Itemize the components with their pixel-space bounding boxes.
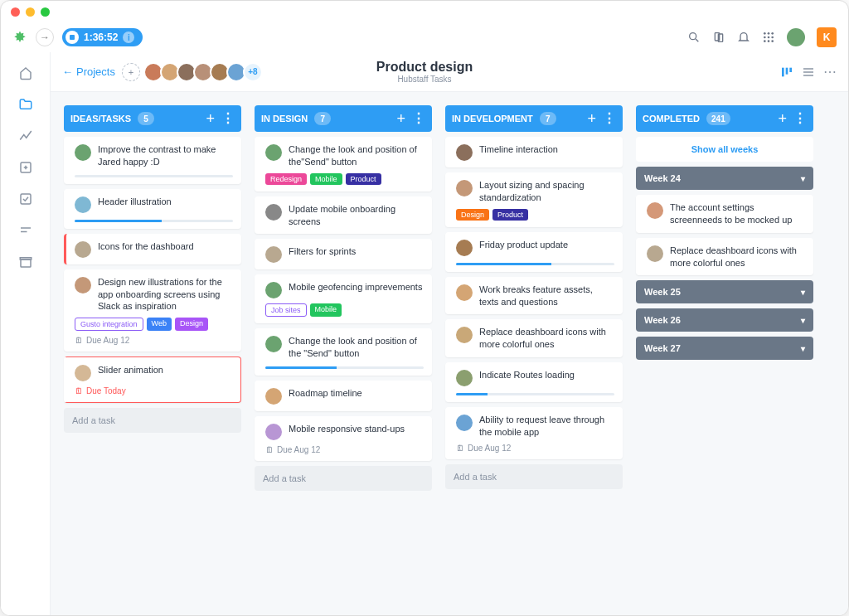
svg-point-8 xyxy=(768,36,770,39)
top-tools: K xyxy=(687,27,837,47)
task-card[interactable]: Layout sizing and spacing standardizatio… xyxy=(445,172,623,227)
user-badge[interactable]: K xyxy=(817,27,837,47)
show-all-weeks[interactable]: Show all weeks xyxy=(636,137,813,162)
archive-icon[interactable] xyxy=(18,255,33,269)
task-card[interactable]: Icons for the dashboard xyxy=(64,234,241,264)
card-title: Update mobile onboarding screens xyxy=(289,203,424,228)
column-add-button[interactable]: + xyxy=(587,110,596,128)
task-card[interactable]: Improve the contrast to make Jared happy… xyxy=(64,137,241,184)
week-header[interactable]: Week 25▾ xyxy=(636,280,813,303)
column-header: IN DEVELOPMENT7+⋮ xyxy=(445,105,623,132)
week-header[interactable]: Week 27▾ xyxy=(636,337,813,360)
add-task-button[interactable]: Add a task xyxy=(64,408,241,433)
task-card[interactable]: Replace deashboard icons with more color… xyxy=(636,238,813,276)
week-header[interactable]: Week 24▾ xyxy=(636,167,813,190)
task-card[interactable]: Roadmap timeline xyxy=(255,381,432,411)
board-view-icon[interactable] xyxy=(780,65,793,79)
card-title: Indicate Routes loading xyxy=(479,369,575,381)
window-minimize[interactable] xyxy=(26,7,35,17)
roadmap-icon[interactable] xyxy=(18,223,33,238)
page-title: Product design xyxy=(376,60,473,75)
timer-value: 1:36:52 xyxy=(84,32,118,43)
task-card[interactable]: Ability to request leave through the mob… xyxy=(445,407,623,459)
task-card[interactable]: Update mobile onboarding screens xyxy=(255,196,432,235)
page-subtitle: Hubstaff Tasks xyxy=(376,75,473,84)
column-more-icon[interactable]: ⋮ xyxy=(221,112,235,125)
card-avatar xyxy=(265,282,282,298)
task-card[interactable]: Mobile geofencing imprevementsJob sitesM… xyxy=(255,274,432,323)
card-title: Mobile geofencing imprevements xyxy=(289,281,422,293)
sprint-icon[interactable] xyxy=(18,129,33,143)
card-avatar xyxy=(456,284,473,301)
due-date: 🗓Due Aug 12 xyxy=(265,445,424,454)
chevron-down-icon: ▾ xyxy=(801,288,805,297)
task-card[interactable]: Friday product update xyxy=(445,232,623,272)
card-avatar xyxy=(75,241,91,258)
column-add-button[interactable]: + xyxy=(206,110,215,128)
add-box-icon[interactable] xyxy=(18,160,33,175)
card-avatar xyxy=(647,245,663,262)
column-more-icon[interactable]: ⋮ xyxy=(793,112,807,125)
card-avatar xyxy=(456,370,473,386)
card-avatar xyxy=(265,424,282,440)
user-avatar[interactable] xyxy=(787,28,805,46)
apps-icon[interactable] xyxy=(762,31,775,44)
svg-rect-25 xyxy=(21,259,31,267)
task-card[interactable]: Mobile responsive stand-ups🗓Due Aug 12 xyxy=(255,416,432,461)
task-card[interactable]: Change the look and position of the"Send… xyxy=(255,137,432,192)
add-task-button[interactable]: Add a task xyxy=(445,464,623,489)
card-title: Change the look and position of the "Sen… xyxy=(289,335,424,360)
list-view-icon[interactable] xyxy=(802,65,815,79)
search-icon[interactable] xyxy=(687,31,701,44)
window-maximize[interactable] xyxy=(41,7,50,17)
task-card[interactable]: Indicate Routes loading xyxy=(445,362,623,402)
calendar-icon: 🗓 xyxy=(265,445,274,454)
tag: Redesign xyxy=(265,173,307,185)
board: IDEAS/TASKS5+⋮Improve the contrast to ma… xyxy=(51,92,848,615)
card-avatar xyxy=(265,246,282,263)
task-card[interactable]: Timeline interaction xyxy=(445,137,623,167)
timer-stop-button[interactable] xyxy=(65,31,79,44)
card-avatar xyxy=(456,240,473,256)
due-date: 🗓Due Today xyxy=(75,386,232,395)
member-more-count[interactable]: +8 xyxy=(243,62,263,82)
task-card[interactable]: Slider animation🗓Due Today xyxy=(64,357,241,403)
svg-point-9 xyxy=(771,36,774,39)
add-task-button[interactable]: Add a task xyxy=(255,466,432,491)
progress-bar xyxy=(265,366,424,369)
column-more-icon[interactable]: ⋮ xyxy=(603,112,616,125)
calendar-icon: 🗓 xyxy=(75,386,83,395)
bell-icon[interactable] xyxy=(737,31,750,44)
task-card[interactable]: Header illustration xyxy=(64,189,241,229)
timer-pill[interactable]: 1:36:52 i xyxy=(62,28,143,46)
add-user-button[interactable]: + xyxy=(122,63,140,81)
task-card[interactable]: Replace deashboard icons with more color… xyxy=(445,319,623,357)
back-arrow-icon: ← xyxy=(62,65,73,78)
back-to-projects[interactable]: ← Projects xyxy=(62,65,115,78)
check-box-icon[interactable] xyxy=(18,192,33,206)
more-icon[interactable]: ⋯ xyxy=(823,64,837,80)
column-more-icon[interactable]: ⋮ xyxy=(412,112,425,125)
column-add-button[interactable]: + xyxy=(396,110,405,128)
card-title: Timeline interaction xyxy=(479,143,558,156)
folder-icon[interactable] xyxy=(18,97,33,112)
chevron-down-icon: ▾ xyxy=(801,174,805,183)
task-card[interactable]: Design new illustrations for the app onb… xyxy=(64,269,241,352)
home-icon[interactable] xyxy=(18,65,33,80)
copy-icon[interactable] xyxy=(712,31,725,44)
svg-rect-14 xyxy=(786,67,788,74)
task-card[interactable]: Work breaks feature assets, texts and qu… xyxy=(445,277,623,315)
card-title: Work breaks feature assets, texts and qu… xyxy=(479,284,614,308)
column: COMPLETED241+⋮Show all weeksWeek 24▾The … xyxy=(636,105,813,602)
task-card[interactable]: Change the look and position of the "Sen… xyxy=(255,328,432,376)
card-title: Layout sizing and spacing standardizatio… xyxy=(479,179,614,204)
week-header[interactable]: Week 26▾ xyxy=(636,308,813,332)
task-card[interactable]: Filters for sprints xyxy=(255,239,432,269)
tag: Design xyxy=(456,209,489,221)
forward-button[interactable]: → xyxy=(36,28,54,46)
column-add-button[interactable]: + xyxy=(778,110,787,128)
window-close[interactable] xyxy=(11,7,20,17)
timer-info-icon[interactable]: i xyxy=(123,32,134,43)
task-card[interactable]: The account settings screenneeds to be m… xyxy=(636,195,813,233)
card-title: Design new illustrations for the app onb… xyxy=(98,276,233,313)
